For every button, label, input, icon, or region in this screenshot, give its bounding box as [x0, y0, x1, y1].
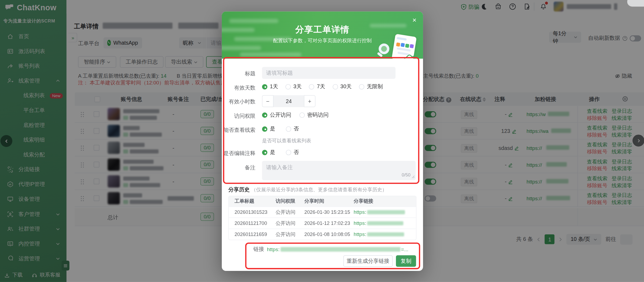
- can-view-radio-group: 是 否: [262, 125, 299, 133]
- radio-unlimited[interactable]: 无限制: [359, 83, 383, 90]
- radio-dot: [286, 150, 291, 155]
- valid-days-label: 有效天数: [194, 84, 255, 91]
- radio-edit-no[interactable]: 否: [286, 149, 299, 156]
- radio-30days[interactable]: 30天: [333, 83, 352, 90]
- history-col-access: 访问权限: [276, 198, 304, 205]
- radio-dot: [262, 84, 268, 89]
- remark-label: 备注: [194, 164, 255, 172]
- radio-edit-yes[interactable]: 是: [262, 149, 275, 156]
- can-view-leads-label: 能否查看线索: [194, 126, 255, 134]
- hours-value[interactable]: 24: [274, 95, 304, 107]
- remark-textarea[interactable]: [262, 161, 416, 180]
- history-row: 202601301523 公开访问 2026-01-30 15:23:15 ht…: [229, 206, 416, 218]
- magnifier-icon: [379, 44, 389, 54]
- history-col-link: 分享链接: [354, 198, 416, 205]
- share-history-subtitle: （仅展示最近分享的3条信息、更多信息请查看所有分享历史）: [251, 187, 387, 192]
- copy-link-button[interactable]: 复制: [396, 255, 416, 267]
- radio-7days[interactable]: 7天: [309, 83, 325, 90]
- access-radio-group: 公开访问 密码访问: [262, 111, 329, 119]
- history-time-cell: 2026-01-12 17:02:23: [304, 220, 354, 226]
- radio-dot: [309, 84, 314, 89]
- share-history-title: 分享历史 （仅展示最近分享的3条信息、更多信息请查看所有分享历史）: [228, 186, 387, 193]
- history-row: 202601121659 公开访问 2026-01-08 10:08:05 ht…: [229, 229, 416, 240]
- history-access-cell: 公开访问: [276, 220, 304, 227]
- radio-view-no[interactable]: 否: [286, 125, 299, 133]
- history-title-cell: 202601121659: [229, 231, 276, 237]
- radio-dot: [300, 112, 305, 118]
- share-title-input[interactable]: [262, 67, 396, 79]
- title-field-label: 标题: [194, 70, 255, 77]
- share-link-label: 链接: [253, 245, 264, 253]
- edit-comment-radio-group: 是 否: [262, 149, 299, 156]
- history-access-cell: 公开访问: [276, 231, 304, 238]
- radio-public-access[interactable]: 公开访问: [262, 111, 291, 119]
- radio-view-yes[interactable]: 是: [262, 125, 275, 133]
- radio-dot: [286, 126, 291, 132]
- radio-dot: [333, 84, 338, 89]
- remark-counter: 0/50: [402, 172, 410, 177]
- valid-hours-label: 有效小时数: [194, 98, 255, 105]
- radio-dot: [262, 112, 268, 118]
- radio-dot: [359, 84, 365, 89]
- access-label: 访问权限: [194, 113, 255, 120]
- radio-3days[interactable]: 3天: [285, 83, 302, 90]
- history-title-cell: 202601121700: [229, 220, 276, 226]
- radio-dot: [285, 84, 291, 89]
- modal-title: 分享工单详情: [222, 24, 423, 35]
- history-time-cell: 2026-01-30 15:23:15: [304, 209, 354, 215]
- top-right-blob: [627, 0, 644, 6]
- history-link-cell[interactable]: https:: [354, 231, 416, 237]
- history-col-time: 分享时间: [304, 198, 354, 205]
- share-workorder-modal: 分享工单详情 配置以下参数，可对分享页面的权限进行控制 × 标题 有效天数: [222, 11, 423, 271]
- share-history-table: 工单标题 访问权限 分享时间 分享链接 202601301523 公开访问 20…: [228, 196, 417, 240]
- history-link-cell[interactable]: https:: [354, 209, 416, 215]
- radio-dot: [262, 150, 268, 155]
- history-header-row: 工单标题 访问权限 分享时间 分享链接: [229, 196, 416, 206]
- hours-minus-button[interactable]: −: [262, 95, 274, 107]
- history-row: 202601121700 公开访问 2026-01-12 17:02:23 ht…: [229, 218, 416, 229]
- history-col-title: 工单标题: [229, 198, 276, 205]
- history-time-cell: 2026-01-08 10:08:05: [304, 231, 354, 237]
- share-link-value[interactable]: https:=...: [267, 245, 408, 253]
- history-title-cell: 202601301523: [229, 209, 276, 215]
- can-view-hint: 是否可以查看线索列表: [262, 137, 311, 145]
- share-illustration: [376, 34, 417, 58]
- valid-days-radio-group: 1天 3天 7天 30天 无限制: [262, 83, 383, 90]
- history-access-cell: 公开访问: [276, 209, 304, 216]
- modal-close-button[interactable]: ×: [412, 17, 417, 25]
- radio-1day[interactable]: 1天: [262, 83, 278, 90]
- history-link-cell[interactable]: https:: [354, 220, 416, 226]
- radio-dot: [262, 126, 268, 132]
- growth-arrow-icon: [403, 52, 417, 59]
- radio-password-access[interactable]: 密码访问: [300, 111, 329, 119]
- edit-comment-label: 是否编辑注释: [194, 150, 255, 157]
- modal-header: 分享工单详情 配置以下参数，可对分享页面的权限进行控制 ×: [222, 11, 423, 58]
- hours-plus-button[interactable]: +: [304, 95, 315, 107]
- screenshot-root: ChatKnow 专为流量主设计的SCRM 首页 激活码列表 账号列表 线索管理…: [0, 0, 644, 282]
- resize-handle-icon[interactable]: [412, 175, 415, 179]
- regenerate-link-button[interactable]: 重新生成分享链接: [343, 255, 393, 267]
